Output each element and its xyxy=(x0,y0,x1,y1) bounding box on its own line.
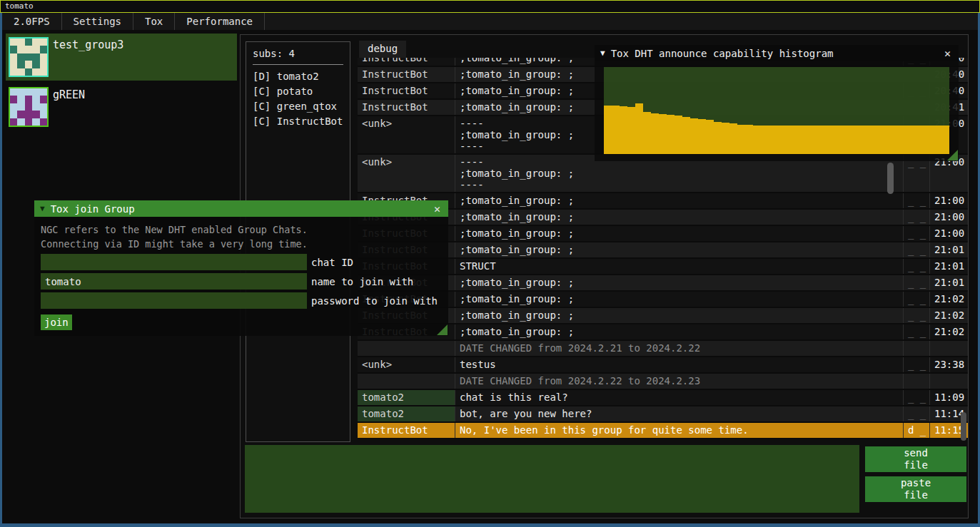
histogram-bar xyxy=(902,126,910,154)
chat-message-row[interactable]: InstructBotNo, I've been in this group f… xyxy=(358,423,968,439)
histogram-bar xyxy=(698,119,706,154)
avatar-pixel xyxy=(40,46,47,53)
chat-scrollbar[interactable] xyxy=(961,412,966,441)
scrollbar-gutter xyxy=(893,242,903,257)
histogram-bar xyxy=(934,126,941,154)
subscriber-item[interactable]: [C] InstructBot xyxy=(253,114,343,129)
chat-message-row[interactable]: InstructBotSTRUCT_ _21:01 xyxy=(358,259,968,275)
histogram-bar xyxy=(824,126,832,154)
avatar-pixel xyxy=(40,39,47,46)
message-timestamp: 23:38 xyxy=(929,357,968,372)
message-timestamp: 21:01 xyxy=(929,242,968,257)
dht-histogram-plot xyxy=(604,67,949,154)
message-timestamp xyxy=(929,374,968,389)
avatar-pixel xyxy=(32,53,39,61)
subscribers-list: [D] tomato2[C] potato[C] green_qtox[C] I… xyxy=(253,69,343,129)
avatar-pixel xyxy=(32,88,39,96)
avatar-pixel xyxy=(17,103,24,111)
paste-file-button[interactable]: pastefile xyxy=(865,476,966,502)
subscriber-item[interactable]: [C] potato xyxy=(253,84,343,99)
date-changed-text: DATE CHANGED from 2024.2.21 to 2024.2.22 xyxy=(455,341,893,356)
chat-message-row[interactable]: InstructBot;tomato_in_group: ;_ _21:01 xyxy=(358,275,968,292)
resize-grip[interactable] xyxy=(947,150,958,160)
group-avatar xyxy=(9,37,49,77)
message-author: tomato2 xyxy=(358,406,455,421)
subscriber-item[interactable]: [C] green_qtox xyxy=(253,99,343,114)
message-text: ;tomato_in_group: ; xyxy=(455,292,893,307)
scrollbar-gutter xyxy=(893,193,903,208)
message-status-flags: _ _ xyxy=(903,193,929,208)
chat-message-row[interactable]: InstructBot;tomato_in_group: ;_ _21:01 xyxy=(358,242,968,259)
menu-item-settings[interactable]: Settings xyxy=(62,13,133,30)
chat-message-row[interactable]: tomato2chat is this real?_ _11:09 xyxy=(358,390,968,406)
send-file-button[interactable]: sendfile xyxy=(865,446,966,472)
message-text: chat is this real? xyxy=(455,390,893,405)
date-separator-row[interactable]: DATE CHANGED from 2024.2.22 to 2024.2.23 xyxy=(358,374,968,390)
message-input[interactable] xyxy=(245,445,859,513)
message-column-scrollbar[interactable] xyxy=(887,163,894,194)
histogram-bar xyxy=(800,126,808,154)
join-button[interactable]: join xyxy=(41,314,72,330)
histogram-bar xyxy=(894,126,902,154)
group-name: test_group3 xyxy=(53,39,123,51)
message-timestamp: 21:00 xyxy=(929,210,968,225)
tab-debug[interactable]: debug xyxy=(359,41,406,58)
message-text: ;tomato_in_group: ; xyxy=(455,275,893,290)
join-name-input[interactable] xyxy=(41,273,307,290)
join-group-titlebar[interactable]: ▼ Tox join Group ✕ xyxy=(34,200,448,217)
message-text: ;tomato_in_group: ; xyxy=(455,242,893,257)
group-row-gREEN[interactable]: gREEN xyxy=(6,83,237,131)
avatar-pixel xyxy=(17,111,24,118)
menu-item-performance[interactable]: Performance xyxy=(175,13,265,30)
join-field-row: name to join with xyxy=(41,273,448,290)
message-status-flags: _ _ xyxy=(903,226,929,241)
histogram-bar xyxy=(839,126,847,154)
group-name: gREEN xyxy=(53,88,85,101)
avatar-pixel xyxy=(17,118,24,126)
avatar-pixel xyxy=(40,96,47,103)
scrollbar-gutter xyxy=(893,406,903,421)
histogram-bar xyxy=(784,126,792,154)
message-status-flags: _ _ xyxy=(903,292,929,307)
chat-message-row[interactable]: InstructBot;tomato_in_group: ;_ _21:02 xyxy=(358,292,968,308)
histogram-bar xyxy=(627,107,635,154)
collapse-arrow-icon[interactable]: ▼ xyxy=(40,204,45,213)
subscriber-item[interactable]: [D] tomato2 xyxy=(253,69,343,84)
avatar-pixel xyxy=(17,68,24,76)
chat-message-row[interactable]: InstructBot;tomato_in_group: ;_ _21:00 xyxy=(358,193,968,210)
avatar-pixel xyxy=(10,61,17,68)
avatar-pixel xyxy=(10,103,17,111)
avatar-pixel xyxy=(32,61,39,68)
avatar-pixel xyxy=(32,103,39,111)
fps-indicator[interactable]: 2.0FPS xyxy=(2,13,62,30)
message-status-flags: _ _ xyxy=(903,406,929,421)
close-icon[interactable]: ✕ xyxy=(432,203,443,215)
join-password-input[interactable] xyxy=(41,292,307,309)
histogram-bar xyxy=(832,126,839,154)
menu-item-tox[interactable]: Tox xyxy=(133,13,175,30)
chat-message-row[interactable]: InstructBot;tomato_in_group: ;_ _21:02 xyxy=(358,324,968,341)
avatar-pixel xyxy=(10,96,17,103)
histogram-bar xyxy=(659,114,667,154)
group-row-test_group3[interactable]: test_group3 xyxy=(6,34,237,81)
histogram-bar xyxy=(753,126,761,154)
resize-grip[interactable] xyxy=(437,324,448,335)
chat-message-row[interactable]: <unk>testus_ _23:38 xyxy=(358,357,968,374)
date-separator-row[interactable]: DATE CHANGED from 2024.2.21 to 2024.2.22 xyxy=(358,341,968,357)
message-author: InstructBot xyxy=(358,58,455,66)
collapse-arrow-icon[interactable]: ▼ xyxy=(600,48,605,58)
message-status-flags: _ _ xyxy=(903,324,929,339)
avatar-pixel xyxy=(25,103,32,111)
chat-message-row[interactable]: InstructBot;tomato_in_group: ;_ _21:02 xyxy=(358,308,968,324)
scrollbar-gutter xyxy=(893,324,903,339)
avatar-pixel xyxy=(32,96,39,103)
dht-histogram-titlebar[interactable]: ▼ Tox DHT announce capability histogram … xyxy=(595,45,959,61)
close-icon[interactable]: ✕ xyxy=(942,47,953,60)
chat-id-input[interactable] xyxy=(41,254,307,270)
chat-message-row[interactable]: InstructBot;tomato_in_group: ;_ _21:00 xyxy=(358,226,968,242)
message-text: ;tomato_in_group: ; xyxy=(455,226,893,241)
dht-histogram-window: ▼ Tox DHT announce capability histogram … xyxy=(595,45,959,161)
chat-message-row[interactable]: tomato2bot, are you new here?_ _11:14 xyxy=(358,406,968,423)
chat-message-row[interactable]: InstructBot;tomato_in_group: ;_ _21:00 xyxy=(358,210,968,226)
scrollbar-gutter xyxy=(893,275,903,290)
